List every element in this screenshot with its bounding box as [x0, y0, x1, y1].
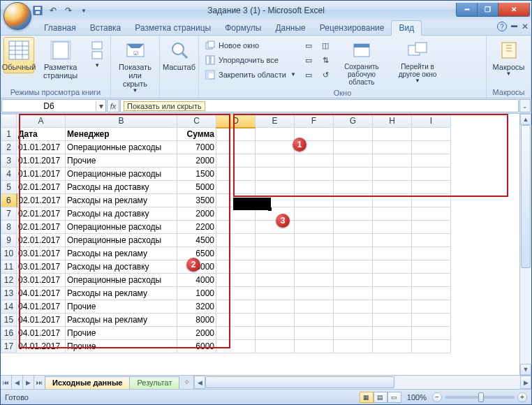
cell-E17[interactable] — [256, 340, 295, 353]
cell-D12[interactable] — [216, 274, 256, 287]
row-header-13[interactable]: 13 — [1, 287, 17, 300]
cell-B17[interactable]: Прочие — [66, 340, 177, 353]
col-header-F[interactable]: F — [295, 115, 334, 128]
cell-B3[interactable]: Прочие — [66, 154, 177, 168]
row-header-1[interactable]: 1 — [1, 128, 17, 141]
cell-A10[interactable]: 03.01.2017 — [17, 247, 66, 260]
scroll-down-icon[interactable]: ▼ — [520, 364, 531, 375]
scroll-left-icon[interactable]: ◀ — [194, 376, 205, 389]
cell-H6[interactable] — [373, 194, 412, 207]
sheet-nav-prev-icon[interactable]: ◀ — [12, 376, 23, 389]
help-icon[interactable]: ? — [497, 22, 507, 31]
row-header-6[interactable]: 6 — [1, 194, 17, 207]
cell-H1[interactable] — [373, 128, 412, 141]
cell-H3[interactable] — [373, 154, 412, 168]
cell-C14[interactable]: 3200 — [177, 300, 216, 314]
cell-F12[interactable] — [295, 274, 334, 287]
cell-I17[interactable] — [412, 340, 451, 353]
cell-E11[interactable] — [256, 260, 295, 274]
fx-button[interactable]: fx — [107, 99, 119, 112]
zoom-slider-knob[interactable] — [478, 392, 484, 402]
cell-E6[interactable] — [256, 194, 295, 207]
cell-I11[interactable] — [412, 260, 451, 274]
zoom-out-button[interactable]: − — [432, 392, 442, 402]
view-page-layout-button[interactable]: Разметка страницы — [36, 37, 85, 82]
name-box[interactable]: D6 ▾ — [1, 99, 106, 112]
cell-A2[interactable]: 01.01.2017 — [17, 141, 66, 154]
unhide-button[interactable]: ▭ — [301, 68, 316, 82]
zoom-level[interactable]: 100% — [407, 393, 427, 402]
row-header-7[interactable]: 7 — [1, 207, 17, 221]
cell-B1[interactable]: Менеджер — [66, 128, 177, 141]
cell-A1[interactable]: Дата — [17, 128, 66, 141]
cell-H14[interactable] — [373, 300, 412, 314]
cell-B11[interactable]: Расходы на доставку — [66, 260, 177, 274]
cell-B10[interactable]: Расходы на рекламу — [66, 247, 177, 260]
horizontal-scrollbar[interactable]: ◀ ▶ — [193, 376, 531, 389]
cell-I7[interactable] — [412, 207, 451, 221]
qat-dropdown-icon[interactable]: ▼ — [77, 4, 90, 17]
cell-I1[interactable] — [412, 128, 451, 141]
tab-home[interactable]: Главная — [37, 21, 83, 35]
cell-D8[interactable] — [216, 221, 256, 234]
cell-I15[interactable] — [412, 314, 451, 327]
cell-H2[interactable] — [373, 141, 412, 154]
cell-D10[interactable] — [216, 247, 256, 260]
sheet-nav-last-icon[interactable]: ⏭ — [34, 376, 45, 389]
cell-D3[interactable] — [216, 154, 256, 168]
cell-H10[interactable] — [373, 247, 412, 260]
scroll-up-icon[interactable]: ▲ — [520, 114, 531, 125]
status-view-break-icon[interactable]: ▭ — [387, 392, 401, 403]
cell-I3[interactable] — [412, 154, 451, 168]
switch-windows-button[interactable]: Перейти в другое окно ▼ — [390, 37, 445, 88]
cell-I6[interactable] — [412, 194, 451, 207]
cell-E10[interactable] — [256, 247, 295, 260]
cell-H16[interactable] — [373, 327, 412, 340]
cell-G2[interactable] — [334, 141, 373, 154]
cell-H5[interactable] — [373, 181, 412, 194]
cell-G3[interactable] — [334, 154, 373, 168]
cell-D4[interactable] — [216, 168, 256, 181]
cell-G14[interactable] — [334, 300, 373, 314]
cell-C3[interactable]: 2000 — [177, 154, 216, 168]
cell-C12[interactable]: 4000 — [177, 274, 216, 287]
row-header-16[interactable]: 16 — [1, 327, 17, 340]
row-header-12[interactable]: 12 — [1, 274, 17, 287]
cell-F11[interactable] — [295, 260, 334, 274]
cell-H12[interactable] — [373, 274, 412, 287]
cell-F9[interactable] — [295, 234, 334, 247]
arrange-all-button[interactable]: Упорядочить все — [202, 53, 300, 67]
name-box-dropdown-icon[interactable]: ▾ — [96, 101, 105, 111]
cell-G1[interactable] — [334, 128, 373, 141]
cell-B7[interactable]: Расходы на доставку — [66, 207, 177, 221]
workbook-views-more-button[interactable]: ▼ — [87, 37, 108, 71]
cell-E1[interactable] — [256, 128, 295, 141]
status-view-layout-icon[interactable]: ▤ — [374, 392, 387, 403]
cell-E9[interactable] — [256, 234, 295, 247]
cell-C13[interactable]: 1000 — [177, 287, 216, 300]
hscroll-thumb[interactable] — [205, 376, 394, 388]
col-header-H[interactable]: H — [373, 115, 412, 128]
cell-B5[interactable]: Расходы на доставку — [66, 181, 177, 194]
cell-H9[interactable] — [373, 234, 412, 247]
cell-F13[interactable] — [295, 287, 334, 300]
cell-F17[interactable] — [295, 340, 334, 353]
cell-A3[interactable]: 01.01.2017 — [17, 154, 66, 168]
col-header-I[interactable]: I — [412, 115, 451, 128]
cell-H11[interactable] — [373, 260, 412, 274]
cell-I10[interactable] — [412, 247, 451, 260]
tab-page-layout[interactable]: Разметка страницы — [128, 21, 218, 35]
status-view-normal-icon[interactable]: ▦ — [360, 392, 374, 403]
col-header-E[interactable]: E — [256, 115, 295, 128]
cell-D2[interactable] — [216, 141, 256, 154]
hide-button[interactable]: ▭ — [301, 53, 316, 67]
cell-F8[interactable] — [295, 221, 334, 234]
undo-icon[interactable]: ↶ — [47, 4, 59, 17]
close-button[interactable]: ✕ — [498, 3, 530, 17]
cell-D5[interactable] — [216, 181, 256, 194]
sync-scroll-button[interactable]: ⇅ — [318, 53, 333, 67]
cell-C16[interactable]: 2000 — [177, 327, 216, 340]
cell-A4[interactable]: 01.01.2017 — [17, 168, 66, 181]
cell-D16[interactable] — [216, 327, 256, 340]
sheet-tab-result[interactable]: Результат — [129, 376, 179, 389]
